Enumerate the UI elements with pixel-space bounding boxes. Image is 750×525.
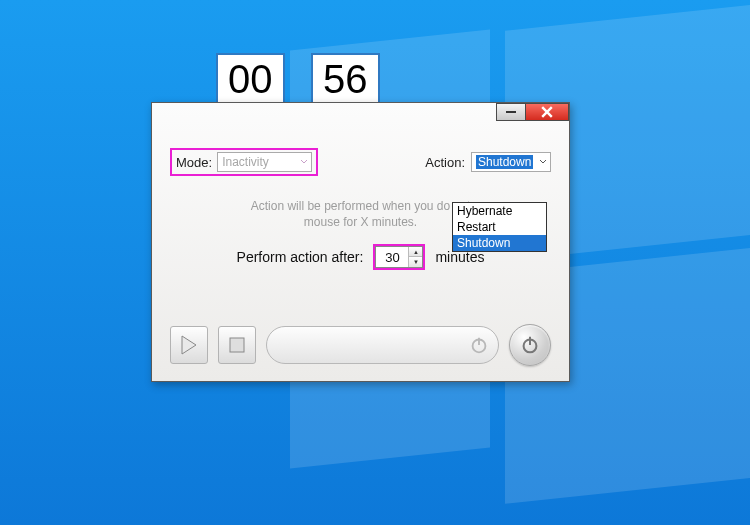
minutes-spinner[interactable]: 30 ▲ ▼ bbox=[375, 246, 423, 268]
mode-dropdown[interactable]: Inactivity bbox=[217, 152, 312, 172]
minimize-button[interactable] bbox=[496, 103, 526, 121]
mode-highlight: Mode: Inactivity bbox=[170, 148, 318, 176]
action-option-restart[interactable]: Restart bbox=[453, 219, 546, 235]
action-option-hybernate[interactable]: Hybernate bbox=[453, 203, 546, 219]
power-icon bbox=[468, 334, 490, 356]
close-icon bbox=[541, 106, 553, 118]
stop-button[interactable] bbox=[218, 326, 256, 364]
close-button[interactable] bbox=[525, 103, 569, 121]
action-dropdown-list[interactable]: Hybernate Restart Shutdown bbox=[452, 202, 547, 252]
perform-label: Perform action after: bbox=[237, 249, 364, 265]
mode-label: Mode: bbox=[176, 155, 212, 170]
timer-minutes: 00 bbox=[216, 53, 285, 106]
action-value: Shutdown bbox=[476, 155, 533, 169]
mode-value: Inactivity bbox=[222, 155, 269, 169]
chevron-down-icon bbox=[300, 158, 308, 166]
chevron-down-icon bbox=[539, 158, 547, 166]
action-dropdown[interactable]: Shutdown bbox=[471, 152, 551, 172]
power-icon bbox=[519, 334, 541, 356]
settings-row: Mode: Inactivity Action: Shutdown bbox=[170, 148, 551, 176]
perform-highlight: 30 ▲ ▼ bbox=[373, 244, 425, 270]
spinner-down[interactable]: ▼ bbox=[409, 257, 422, 267]
toolbar bbox=[170, 323, 551, 367]
window-content: Mode: Inactivity Action: Shutdown Action… bbox=[152, 138, 569, 280]
window-titlebar bbox=[497, 103, 569, 121]
app-window: Mode: Inactivity Action: Shutdown Action… bbox=[151, 102, 570, 382]
svg-rect-0 bbox=[230, 338, 244, 352]
timer-seconds: 56 bbox=[311, 53, 380, 106]
stop-icon bbox=[229, 337, 245, 353]
play-button[interactable] bbox=[170, 326, 208, 364]
play-icon bbox=[180, 335, 198, 355]
action-option-shutdown[interactable]: Shutdown bbox=[453, 235, 546, 251]
minutes-value: 30 bbox=[376, 250, 408, 265]
action-label: Action: bbox=[425, 155, 465, 170]
status-pill[interactable] bbox=[266, 326, 499, 364]
power-button[interactable] bbox=[509, 324, 551, 366]
spinner-up[interactable]: ▲ bbox=[409, 247, 422, 257]
